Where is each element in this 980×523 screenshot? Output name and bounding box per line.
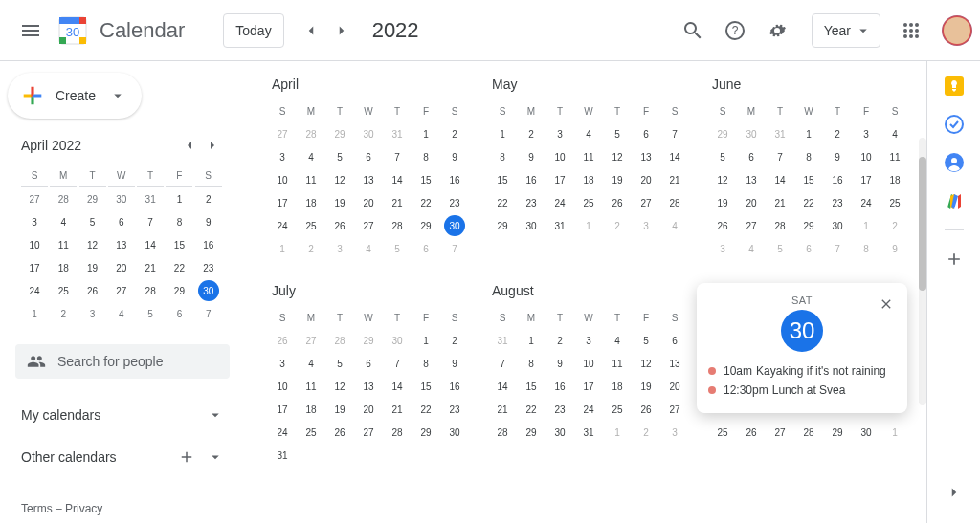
day-cell[interactable]: 5: [325, 352, 354, 375]
day-cell[interactable]: 25: [297, 214, 325, 237]
day-cell[interactable]: 15: [412, 375, 440, 398]
day-cell[interactable]: 13: [354, 168, 383, 191]
day-cell[interactable]: 6: [354, 145, 383, 168]
day-cell[interactable]: 21: [660, 168, 689, 191]
day-cell[interactable]: 5: [325, 145, 354, 168]
today-button[interactable]: Today: [223, 13, 283, 48]
day-cell[interactable]: 28: [383, 214, 412, 237]
day-cell[interactable]: 3: [852, 122, 880, 145]
mini-day-cell[interactable]: 5: [79, 210, 106, 233]
mini-day-cell[interactable]: 18: [50, 256, 77, 279]
view-switcher[interactable]: Year: [812, 13, 880, 48]
day-cell[interactable]: 5: [603, 122, 632, 145]
my-calendars-section[interactable]: My calendars: [8, 398, 237, 432]
day-cell[interactable]: 9: [440, 352, 469, 375]
day-cell[interactable]: 21: [383, 398, 412, 421]
day-cell[interactable]: 30: [440, 421, 469, 444]
month-title[interactable]: May: [488, 76, 689, 92]
day-cell[interactable]: 12: [708, 168, 737, 191]
mini-day-cell[interactable]: 30: [195, 279, 222, 302]
mini-day-cell[interactable]: 17: [21, 256, 48, 279]
day-cell[interactable]: 6: [354, 352, 383, 375]
day-cell[interactable]: 22: [517, 398, 546, 421]
search-people-input[interactable]: Search for people: [15, 344, 230, 379]
day-cell[interactable]: 23: [440, 191, 469, 214]
mini-day-cell[interactable]: 28: [137, 279, 164, 302]
day-cell[interactable]: 7: [440, 237, 469, 260]
day-cell[interactable]: 25: [574, 191, 603, 214]
day-cell[interactable]: 2: [632, 421, 660, 444]
day-cell[interactable]: 17: [852, 168, 880, 191]
day-cell[interactable]: 29: [823, 421, 852, 444]
mini-prev-button[interactable]: [178, 134, 201, 157]
day-cell[interactable]: 2: [517, 122, 546, 145]
day-cell[interactable]: 8: [794, 145, 823, 168]
day-cell[interactable]: 29: [412, 421, 440, 444]
day-cell[interactable]: 2: [823, 122, 852, 145]
mini-day-cell[interactable]: 27: [108, 279, 135, 302]
day-cell[interactable]: 28: [660, 191, 689, 214]
day-cell[interactable]: 25: [297, 421, 325, 444]
day-cell[interactable]: 18: [297, 191, 325, 214]
day-cell[interactable]: 18: [603, 375, 632, 398]
mini-day-cell[interactable]: 11: [50, 233, 77, 256]
day-cell[interactable]: 10: [574, 352, 603, 375]
mini-day-cell[interactable]: 26: [79, 279, 106, 302]
mini-day-cell[interactable]: 25: [50, 279, 77, 302]
day-cell[interactable]: 1: [488, 122, 517, 145]
mini-day-cell[interactable]: 2: [50, 302, 77, 325]
day-cell[interactable]: 24: [268, 421, 297, 444]
day-cell[interactable]: 2: [603, 214, 632, 237]
mini-day-cell[interactable]: 29: [79, 187, 106, 210]
day-cell[interactable]: 30: [852, 421, 880, 444]
day-cell[interactable]: 28: [794, 421, 823, 444]
day-cell[interactable]: 26: [708, 214, 737, 237]
mini-day-cell[interactable]: 1: [166, 187, 192, 210]
mini-day-cell[interactable]: 16: [195, 233, 222, 256]
mini-day-cell[interactable]: 15: [166, 233, 192, 256]
day-cell[interactable]: 7: [823, 237, 852, 260]
day-cell[interactable]: 8: [412, 145, 440, 168]
day-cell[interactable]: 22: [412, 191, 440, 214]
day-cell[interactable]: 13: [632, 145, 660, 168]
day-cell[interactable]: 24: [268, 214, 297, 237]
mini-day-cell[interactable]: 8: [166, 210, 192, 233]
mini-day-cell[interactable]: 9: [195, 210, 222, 233]
day-cell[interactable]: 11: [574, 145, 603, 168]
mini-day-cell[interactable]: 12: [79, 233, 106, 256]
day-cell[interactable]: 7: [488, 352, 517, 375]
day-cell[interactable]: 4: [737, 237, 766, 260]
day-cell[interactable]: 5: [708, 145, 737, 168]
day-cell[interactable]: 18: [880, 168, 909, 191]
day-cell[interactable]: 16: [440, 375, 469, 398]
day-cell[interactable]: 24: [546, 191, 574, 214]
day-cell[interactable]: 3: [268, 145, 297, 168]
day-cell[interactable]: 14: [383, 168, 412, 191]
mini-day-cell[interactable]: 3: [79, 302, 106, 325]
mini-day-cell[interactable]: 19: [79, 256, 106, 279]
day-cell[interactable]: 14: [660, 145, 689, 168]
day-cell[interactable]: 27: [297, 329, 325, 352]
day-cell[interactable]: 4: [880, 122, 909, 145]
day-cell[interactable]: 12: [325, 168, 354, 191]
day-cell[interactable]: 21: [766, 191, 794, 214]
day-cell[interactable]: 19: [603, 168, 632, 191]
mini-day-cell[interactable]: 31: [137, 187, 164, 210]
day-cell[interactable]: 14: [383, 375, 412, 398]
day-cell[interactable]: 4: [660, 214, 689, 237]
day-cell[interactable]: 30: [440, 214, 469, 237]
day-cell[interactable]: 15: [412, 168, 440, 191]
day-cell[interactable]: 28: [766, 214, 794, 237]
day-cell[interactable]: 11: [297, 168, 325, 191]
day-cell[interactable]: 1: [880, 421, 909, 444]
day-cell[interactable]: 27: [766, 421, 794, 444]
day-cell[interactable]: 21: [383, 191, 412, 214]
day-cell[interactable]: 24: [852, 191, 880, 214]
day-cell[interactable]: 15: [488, 168, 517, 191]
day-cell[interactable]: 26: [603, 191, 632, 214]
day-cell[interactable]: 12: [632, 352, 660, 375]
day-cell[interactable]: 10: [852, 145, 880, 168]
day-cell[interactable]: 8: [488, 145, 517, 168]
mini-day-cell[interactable]: 6: [108, 210, 135, 233]
mini-day-cell[interactable]: 20: [108, 256, 135, 279]
